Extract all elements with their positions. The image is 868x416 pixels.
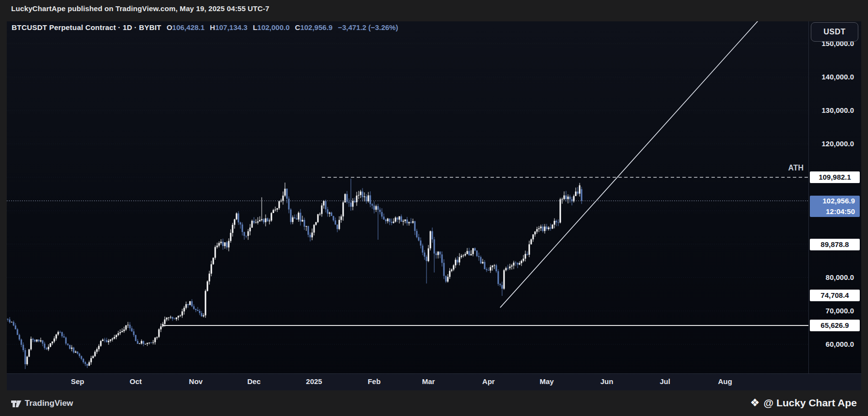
price-tick-label: 80,000.0 [809, 273, 862, 282]
tradingview-brand-label: TradingView [25, 399, 73, 408]
candlestick-chart[interactable] [7, 21, 861, 373]
tradingview-logo-icon [11, 399, 21, 409]
time-axis[interactable]: SepOctNovDec2025FebMarAprMayJunJulAug [7, 373, 861, 390]
price-tick-label: 120,000.0 [809, 139, 862, 149]
month-label: Nov [189, 377, 203, 385]
drawing-price-label: 109,982.1 [810, 171, 860, 183]
month-label: Sep [71, 377, 84, 385]
month-label: Aug [718, 377, 732, 385]
ohlc-close: C102,956.9 [295, 23, 333, 31]
month-label: Feb [368, 377, 381, 385]
footer-bar: TradingView ❖ @ Lucky Chart Ape [0, 390, 868, 416]
author-credit: ❖ @ Lucky Chart Ape [750, 396, 857, 410]
price-tick-label: 130,000.0 [809, 106, 862, 115]
change-value: −3,471.2 (−3.26%) [338, 23, 398, 31]
price-tick-label: 140,000.0 [809, 72, 862, 82]
author-credit-label: @ Lucky Chart Ape [764, 397, 857, 409]
attribution-text: LuckyChartApe published on TradingView.c… [11, 4, 269, 13]
ath-annotation: ATH [788, 164, 804, 172]
tradingview-brand-link[interactable]: TradingView [11, 397, 73, 410]
month-label: Mar [422, 377, 435, 385]
drawing-price-label: 74,708.4 [810, 290, 860, 301]
drawing-price-label: 89,878.8 [810, 239, 860, 250]
price-tick-label: 70,000.0 [809, 306, 862, 316]
month-label: 2025 [306, 377, 322, 385]
ohlc-open: O106,428.1 [167, 23, 205, 31]
bar-countdown: 12:04:50 [810, 206, 855, 217]
last-price-value: 102,956.9 [810, 196, 855, 206]
last-price-label: 102,956.912:04:50 [810, 196, 860, 217]
currency-unit-button[interactable]: USDT [811, 22, 858, 42]
ohlc-low: L102,000.0 [253, 23, 290, 31]
price-tick-label: 60,000.0 [809, 339, 862, 349]
month-label: Jun [600, 377, 614, 385]
month-label: Dec [247, 377, 261, 385]
price-axis[interactable]: 150,000.0140,000.0130,000.0120,000.080,0… [808, 21, 862, 373]
month-label: Jul [660, 377, 670, 385]
symbol-title: BTCUSDT Perpetual Contract · 1D · BYBIT [12, 23, 161, 31]
month-label: Oct [129, 377, 142, 385]
chart-panel: BTCUSDT Perpetual Contract · 1D · BYBITO… [7, 21, 861, 390]
month-label: Apr [482, 377, 495, 385]
ohlc-high: H107,134.3 [210, 23, 248, 31]
symbol-legend[interactable]: BTCUSDT Perpetual Contract · 1D · BYBITO… [12, 23, 398, 33]
attribution-bar: LuckyChartApe published on TradingView.c… [0, 0, 868, 17]
month-label: May [539, 377, 553, 385]
diamond-cluster-icon: ❖ [750, 396, 760, 410]
drawing-price-label: 65,626.9 [810, 320, 860, 331]
